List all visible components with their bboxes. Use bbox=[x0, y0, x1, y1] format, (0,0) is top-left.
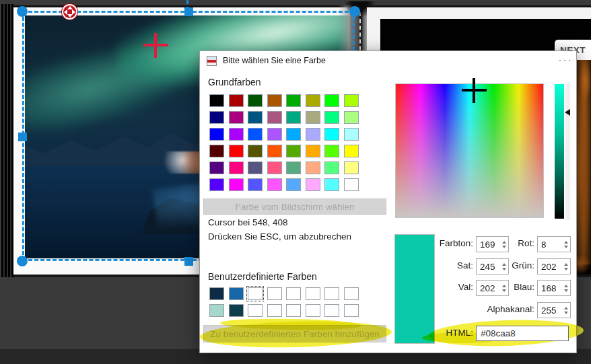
red-label: Rot: bbox=[504, 238, 534, 252]
cursor-position-text: Cursor bei 548, 408 bbox=[208, 217, 288, 227]
blue-spinbox[interactable]: 168 bbox=[537, 280, 571, 296]
color-swatch[interactable] bbox=[209, 287, 224, 300]
color-swatch[interactable] bbox=[344, 145, 359, 157]
color-swatch[interactable] bbox=[324, 94, 339, 107]
value-slider-arrow-icon[interactable] bbox=[565, 109, 570, 116]
color-swatch[interactable] bbox=[209, 145, 224, 157]
color-swatch[interactable] bbox=[209, 128, 224, 141]
color-swatch[interactable] bbox=[267, 145, 282, 157]
color-swatch[interactable] bbox=[286, 111, 301, 124]
selection-handle-top-left[interactable] bbox=[17, 6, 28, 17]
color-swatch[interactable] bbox=[229, 111, 244, 124]
color-swatch[interactable] bbox=[229, 287, 244, 300]
color-swatch[interactable] bbox=[324, 145, 339, 157]
custom-colors-grid bbox=[209, 287, 359, 317]
color-swatch[interactable] bbox=[306, 304, 320, 317]
alpha-label: Alphakanal: bbox=[456, 304, 534, 318]
selection-handle-top-right[interactable] bbox=[349, 6, 360, 17]
color-swatch[interactable] bbox=[267, 128, 282, 141]
color-swatch[interactable] bbox=[286, 178, 301, 191]
color-swatch[interactable] bbox=[248, 161, 263, 174]
orange-branches bbox=[580, 61, 591, 101]
red-spinbox[interactable]: 8 bbox=[537, 236, 571, 252]
color-swatch[interactable] bbox=[324, 304, 339, 317]
color-swatch[interactable] bbox=[286, 287, 301, 300]
color-swatch[interactable] bbox=[306, 94, 320, 107]
color-swatch[interactable] bbox=[248, 178, 263, 191]
color-swatch[interactable] bbox=[229, 178, 244, 191]
color-swatch[interactable] bbox=[324, 161, 339, 174]
color-swatch[interactable] bbox=[344, 178, 359, 191]
green-spinbox[interactable]: 202 bbox=[537, 258, 571, 275]
color-swatch[interactable] bbox=[229, 128, 244, 141]
color-swatch[interactable] bbox=[286, 145, 301, 157]
color-swatch[interactable] bbox=[248, 145, 263, 157]
remove-image-icon[interactable] bbox=[62, 4, 77, 20]
color-swatch[interactable] bbox=[248, 111, 263, 124]
screen: NEXT Bitte wählen Sie eine Farbe Grundfa… bbox=[0, 0, 591, 364]
color-swatch[interactable] bbox=[209, 161, 224, 174]
color-swatch[interactable] bbox=[248, 94, 263, 107]
selection-handle-top-mid[interactable] bbox=[184, 7, 193, 16]
value-slider-track[interactable] bbox=[565, 83, 570, 220]
color-swatch[interactable] bbox=[229, 161, 244, 174]
color-swatch[interactable] bbox=[306, 161, 320, 174]
html-color-input[interactable]: #08caa8 bbox=[476, 326, 569, 341]
color-swatch[interactable] bbox=[286, 128, 301, 141]
color-swatch[interactable] bbox=[209, 94, 224, 107]
color-swatch[interactable] bbox=[306, 287, 320, 300]
color-swatch[interactable] bbox=[344, 128, 359, 141]
spinner-arrows-icon[interactable] bbox=[561, 259, 570, 274]
color-swatch[interactable] bbox=[344, 94, 359, 107]
dialog-title: Bitte wählen Sie eine Farbe bbox=[223, 56, 326, 65]
color-swatch[interactable] bbox=[286, 94, 301, 107]
value-slider[interactable] bbox=[555, 84, 564, 219]
color-swatch[interactable] bbox=[324, 178, 339, 191]
color-swatch[interactable] bbox=[267, 287, 282, 300]
val-label: Val: bbox=[402, 282, 473, 295]
color-swatch[interactable] bbox=[267, 304, 282, 317]
color-swatch[interactable] bbox=[209, 111, 224, 124]
color-swatch[interactable] bbox=[344, 304, 359, 317]
color-swatch[interactable] bbox=[306, 128, 320, 141]
color-swatch[interactable] bbox=[324, 128, 339, 141]
color-swatch[interactable] bbox=[344, 111, 359, 124]
color-swatch[interactable] bbox=[324, 111, 339, 124]
color-swatch[interactable] bbox=[229, 145, 244, 157]
picker-crosshair bbox=[473, 78, 475, 103]
esc-hint-text: Drücken Sie ESC, um abzubrechen bbox=[208, 231, 351, 242]
custom-colors-label: Benutzerdefinierte Farben bbox=[208, 271, 317, 282]
color-swatch[interactable] bbox=[267, 178, 282, 191]
color-swatch[interactable] bbox=[248, 304, 263, 317]
color-swatch[interactable] bbox=[286, 161, 301, 174]
selection-handle-left-mid[interactable] bbox=[18, 133, 27, 141]
color-swatch[interactable] bbox=[248, 128, 263, 141]
color-swatch[interactable] bbox=[306, 178, 320, 191]
hue-label: Farbton: bbox=[402, 238, 473, 252]
color-swatch[interactable] bbox=[344, 287, 359, 300]
color-swatch[interactable] bbox=[324, 287, 339, 300]
color-dialog: Bitte wählen Sie eine Farbe Grundfarben … bbox=[199, 50, 577, 353]
color-swatch[interactable] bbox=[267, 111, 282, 124]
color-swatch[interactable] bbox=[248, 287, 263, 300]
color-swatch[interactable] bbox=[229, 94, 244, 107]
spinner-arrows-icon[interactable] bbox=[561, 281, 570, 295]
color-swatch[interactable] bbox=[306, 111, 320, 124]
selection-handle-bottom-mid[interactable] bbox=[184, 257, 193, 266]
spinner-arrows-icon[interactable] bbox=[561, 303, 570, 318]
color-swatch[interactable] bbox=[286, 304, 301, 317]
color-swatch[interactable] bbox=[306, 145, 320, 157]
color-swatch[interactable] bbox=[229, 304, 244, 317]
color-swatch[interactable] bbox=[267, 161, 282, 174]
hue-saturation-picker[interactable] bbox=[395, 83, 544, 218]
spinner-arrows-icon[interactable] bbox=[561, 237, 570, 252]
color-swatch[interactable] bbox=[267, 94, 282, 107]
dialog-titlebar[interactable]: Bitte wählen Sie eine Farbe bbox=[200, 51, 576, 70]
pick-screen-color-button[interactable]: Farbe vom Bildschirm wählen bbox=[203, 198, 386, 215]
color-swatch[interactable] bbox=[209, 304, 224, 317]
color-swatch[interactable] bbox=[344, 161, 359, 174]
color-swatch[interactable] bbox=[209, 178, 224, 191]
selection-handle-bottom-left[interactable] bbox=[17, 256, 28, 266]
alpha-spinbox[interactable]: 255 bbox=[537, 302, 571, 318]
sat-label: Sat: bbox=[402, 260, 473, 274]
